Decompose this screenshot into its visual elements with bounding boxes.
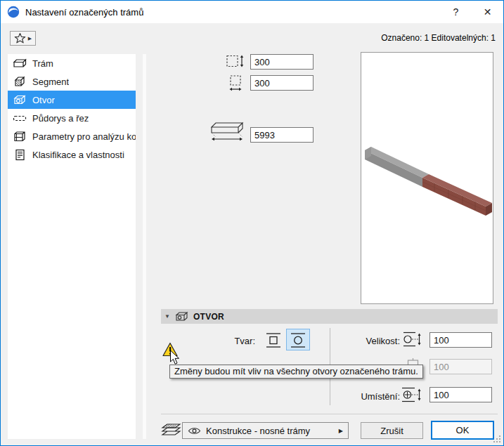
- sidebar-item-klasifikace[interactable]: Klasifikace a vlastnosti: [8, 145, 136, 164]
- footer-separator: [161, 414, 498, 414]
- opening-size-icon: [402, 330, 422, 349]
- shape-circle-button[interactable]: [286, 329, 310, 350]
- opening-position-input[interactable]: [429, 387, 492, 402]
- window-title: Nastavení označených trámů: [25, 7, 143, 18]
- eye-icon: [188, 426, 201, 435]
- beam-length-icon: [209, 121, 245, 143]
- sidebar-item-label: Segment: [32, 77, 69, 87]
- layer-dropdown[interactable]: Konstrukce - nosné trámy ▶: [182, 422, 349, 439]
- sidebar-item-pudorys[interactable]: Půdorys a řez: [8, 109, 136, 127]
- shape-square-button[interactable]: [261, 329, 285, 350]
- layer-name: Konstrukce - nosné trámy: [206, 426, 334, 436]
- opening-width-input: [429, 359, 492, 374]
- tooltip: Změny budou mít vliv na všechny otvory o…: [169, 365, 423, 379]
- sidebar-item-label: Půdorys a řez: [32, 113, 89, 124]
- opening-size-input[interactable]: [429, 332, 492, 348]
- cancel-button[interactable]: Zrušit: [361, 422, 423, 439]
- ok-button[interactable]: OK: [431, 421, 494, 440]
- plan-section-icon: [13, 112, 27, 124]
- length-input[interactable]: [250, 127, 314, 143]
- beam-icon: [13, 58, 27, 70]
- beam-width-icon: [226, 75, 245, 92]
- beam-preview-image: [361, 53, 493, 303]
- opening-icon: [13, 94, 27, 106]
- title-bar: Nastavení označených trámů ? ✕: [1, 1, 503, 23]
- segment-icon: [13, 76, 27, 88]
- sidebar-item-tram[interactable]: Trám: [8, 54, 136, 72]
- sidebar-item-label: Otvor: [32, 95, 55, 105]
- app-logo-icon: [7, 6, 20, 18]
- otvor-panel-title: OTVOR: [193, 312, 224, 322]
- circle-shape-icon: [289, 331, 307, 349]
- size-label: Velikost:: [359, 336, 400, 346]
- layers-icon: [160, 421, 183, 440]
- settings-sidebar: Trám Segment Otvor Půdorys a řez: [8, 54, 136, 439]
- help-button[interactable]: ?: [440, 1, 472, 23]
- resize-grip[interactable]: [493, 435, 501, 443]
- opening-position-icon: [401, 386, 422, 405]
- sidebar-item-label: Trám: [32, 58, 53, 69]
- beam-height-icon: [226, 55, 245, 69]
- favorites-caret-icon: ▶: [28, 36, 32, 41]
- favorites-button[interactable]: ▶: [10, 31, 36, 46]
- close-button[interactable]: ✕: [472, 1, 503, 23]
- sidebar-item-segment[interactable]: Segment: [8, 72, 136, 91]
- analysis-icon: [13, 131, 27, 143]
- preview-3d[interactable]: [361, 52, 493, 304]
- sidebar-item-parametry[interactable]: Parametry pro analýzu konst...: [8, 127, 136, 145]
- mouse-cursor: [169, 350, 180, 365]
- sidebar-item-label: Parametry pro analýzu konst...: [32, 131, 136, 142]
- classification-icon: [13, 149, 27, 161]
- star-icon: [14, 32, 26, 44]
- otvor-panel-header[interactable]: ▼ OTVOR: [161, 309, 498, 324]
- shape-label: Tvar:: [210, 336, 255, 346]
- square-shape-icon: [264, 331, 283, 349]
- sidebar-item-otvor[interactable]: Otvor: [8, 91, 136, 109]
- selection-status: Označeno: 1 Editovatelných: 1: [381, 33, 496, 43]
- dialog-window: Nastavení označených trámů ? ✕ ▶ Označen…: [0, 0, 504, 446]
- width-input[interactable]: [250, 75, 314, 91]
- otvor-panel-icon: [174, 311, 189, 322]
- height-input[interactable]: [250, 54, 314, 70]
- pane-splitter[interactable]: [143, 54, 146, 439]
- sidebar-item-label: Klasifikace a vlastnosti: [32, 150, 124, 160]
- collapse-caret-icon: ▼: [164, 313, 170, 320]
- position-label: Umístění:: [352, 391, 400, 402]
- dropdown-caret-icon: ▶: [339, 428, 343, 434]
